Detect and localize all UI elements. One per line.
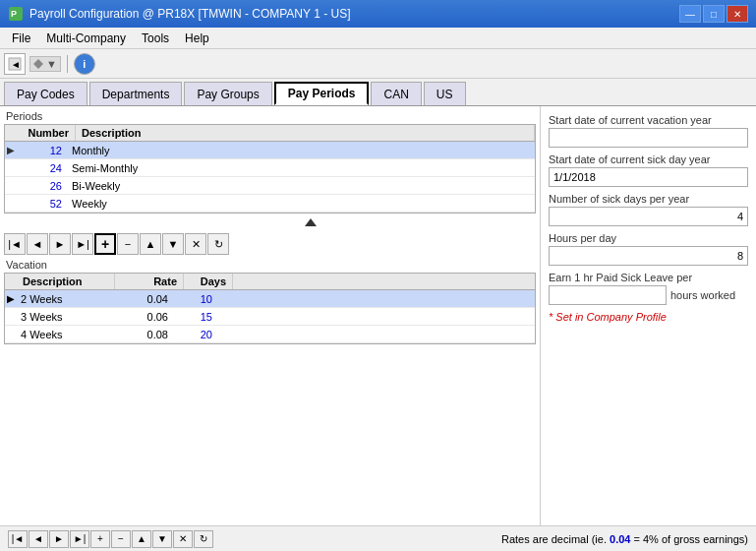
- title-bar: P Payroll Configuration @ PR18X [TMWIN -…: [0, 0, 756, 28]
- earn-sick-input[interactable]: [549, 285, 667, 305]
- nav-first-button[interactable]: |◄: [4, 233, 26, 255]
- svg-marker-4: [33, 59, 43, 69]
- cell-number: 52: [17, 198, 68, 210]
- hours-per-day-input[interactable]: [549, 246, 748, 266]
- nav-last-button[interactable]: ►|: [72, 233, 93, 255]
- menu-tools[interactable]: Tools: [134, 30, 177, 47]
- vac-cell-days: 15: [174, 311, 218, 323]
- start-sick-group: Start date of current sick day year: [549, 153, 748, 187]
- vacation-table: Description Rate Days ▶ 2 Weeks 0.04 10 …: [4, 273, 536, 344]
- nav-next-button[interactable]: ►: [49, 233, 71, 255]
- toolbar-info[interactable]: i: [74, 53, 95, 75]
- vac-col-days: Days: [184, 274, 233, 289]
- rates-note: Rates are decimal (ie. 0.04 = 4% of gros…: [501, 533, 748, 545]
- status-last-button[interactable]: ►|: [70, 530, 89, 548]
- row-indicator: ▶: [5, 145, 17, 155]
- tab-us[interactable]: US: [424, 82, 466, 105]
- sick-days-group: Number of sick days per year: [549, 193, 748, 226]
- app-icon: P: [8, 6, 24, 22]
- vac-cell-days: 10: [174, 293, 218, 305]
- cancel-button[interactable]: ✕: [185, 233, 206, 255]
- cell-desc: Weekly: [68, 198, 535, 210]
- status-next-button[interactable]: ►: [49, 530, 69, 548]
- vac-col-rate: Rate: [115, 274, 184, 289]
- vacation-label: Vacation: [4, 259, 536, 271]
- menu-multicompany[interactable]: Multi-Company: [38, 30, 134, 47]
- periods-label: Periods: [4, 110, 536, 122]
- toolbar-back[interactable]: ◄: [4, 53, 26, 75]
- status-refresh-button[interactable]: ↻: [194, 530, 213, 548]
- table-row[interactable]: ▶ 12 Monthly: [5, 142, 535, 159]
- move-down-button[interactable]: ▼: [162, 233, 184, 255]
- set-in-company-note: * Set in Company Profile: [549, 311, 748, 323]
- nav-buttons: |◄ ◄ ► ►| + − ▲ ▼ ✕ ↻: [4, 233, 536, 255]
- menu-file[interactable]: File: [4, 30, 38, 47]
- hours-per-day-group: Hours per day: [549, 232, 748, 266]
- cell-number: 26: [17, 180, 68, 192]
- status-bar: |◄ ◄ ► ►| + − ▲ ▼ ✕ ↻ Rates are decimal …: [0, 525, 756, 551]
- start-sick-label: Start date of current sick day year: [549, 153, 748, 165]
- status-up-button[interactable]: ▲: [132, 530, 151, 548]
- cell-desc: Monthly: [68, 145, 535, 156]
- tab-pay-groups[interactable]: Pay Groups: [184, 82, 271, 105]
- cell-desc: Semi-Monthly: [68, 162, 535, 174]
- sick-days-input[interactable]: [549, 207, 748, 226]
- sick-days-label: Number of sick days per year: [549, 193, 748, 205]
- arrow-up-icon: [305, 218, 317, 226]
- tab-departments[interactable]: Departments: [89, 82, 183, 105]
- vacation-row[interactable]: 4 Weeks 0.08 20: [5, 326, 535, 343]
- window-title: Payroll Configuration @ PR18X [TMWIN - C…: [29, 7, 351, 21]
- col-number: Number: [17, 125, 76, 141]
- add-arrow-indicator: [85, 215, 536, 229]
- menu-help[interactable]: Help: [177, 30, 217, 47]
- vacation-row[interactable]: ▶ 2 Weeks 0.04 10: [5, 290, 535, 308]
- toolbar: ◄ ▼ i: [0, 49, 756, 79]
- vac-col-desc: Description: [17, 274, 115, 289]
- status-down-button[interactable]: ▼: [152, 530, 172, 548]
- periods-header: Number Description: [5, 125, 535, 142]
- col-description: Description: [76, 125, 535, 141]
- status-cancel-button[interactable]: ✕: [173, 530, 193, 548]
- status-prev-button[interactable]: ◄: [29, 530, 48, 548]
- refresh-button[interactable]: ↻: [207, 233, 229, 255]
- right-panel: Start date of current vacation year Star…: [540, 106, 756, 525]
- cell-number: 24: [17, 162, 68, 174]
- start-sick-input[interactable]: [549, 167, 748, 187]
- cell-number: 12: [17, 145, 68, 156]
- vac-cell-rate: 0.04: [110, 293, 174, 305]
- delete-button[interactable]: −: [117, 233, 139, 255]
- vac-cell-desc: 4 Weeks: [17, 329, 110, 340]
- maximize-button[interactable]: □: [703, 5, 725, 23]
- vac-cell-rate: 0.08: [110, 329, 174, 340]
- periods-table: Number Description ▶ 12 Monthly 24 Semi-…: [4, 124, 536, 214]
- table-row[interactable]: 52 Weekly: [5, 195, 535, 213]
- vac-cell-days: 20: [174, 329, 218, 340]
- move-up-button[interactable]: ▲: [140, 233, 161, 255]
- add-button[interactable]: +: [94, 233, 116, 255]
- cell-desc: Bi-Weekly: [68, 180, 535, 192]
- vacation-header: Description Rate Days: [5, 274, 535, 290]
- hours-per-day-label: Hours per day: [549, 232, 748, 244]
- vac-cell-desc: 3 Weeks: [17, 311, 110, 323]
- svg-text:P: P: [11, 9, 17, 19]
- table-row[interactable]: 26 Bi-Weekly: [5, 177, 535, 195]
- status-first-button[interactable]: |◄: [8, 530, 28, 548]
- vacation-section: Vacation Description Rate Days ▶ 2 Weeks…: [4, 259, 536, 344]
- tab-can[interactable]: CAN: [371, 82, 421, 105]
- tab-pay-codes[interactable]: Pay Codes: [4, 82, 87, 105]
- minimize-button[interactable]: —: [679, 5, 701, 23]
- table-row[interactable]: 24 Semi-Monthly: [5, 159, 535, 177]
- nav-prev-button[interactable]: ◄: [27, 233, 48, 255]
- vac-row-indicator: ▶: [5, 293, 17, 304]
- start-vacation-input[interactable]: [549, 128, 748, 148]
- start-vacation-label: Start date of current vacation year: [549, 114, 748, 126]
- close-button[interactable]: ✕: [727, 5, 748, 23]
- earn-sick-label: Earn 1 hr Paid Sick Leave per: [549, 272, 748, 283]
- vac-cell-desc: 2 Weeks: [17, 293, 110, 305]
- status-delete-button[interactable]: −: [111, 530, 131, 548]
- tab-pay-periods[interactable]: Pay Periods: [274, 82, 370, 105]
- earn-sick-group: Earn 1 hr Paid Sick Leave per hours work…: [549, 272, 748, 305]
- vacation-row[interactable]: 3 Weeks 0.06 15: [5, 308, 535, 326]
- hours-worked-label: hours worked: [670, 289, 735, 301]
- status-add-button[interactable]: +: [90, 530, 110, 548]
